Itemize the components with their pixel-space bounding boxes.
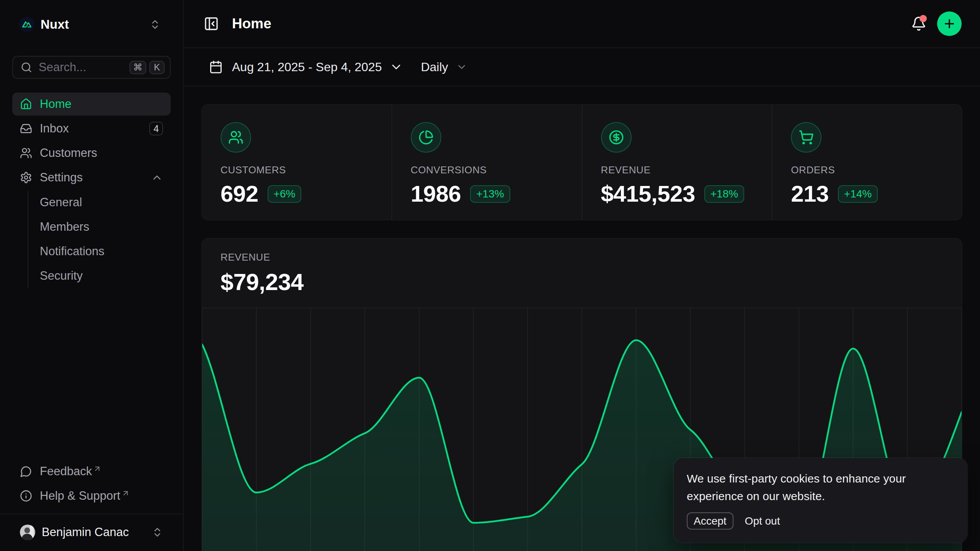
stat-label: ORDERS bbox=[791, 164, 943, 176]
chevron-down-icon bbox=[389, 60, 403, 74]
users-icon bbox=[20, 147, 32, 159]
team-name: Nuxt bbox=[41, 17, 69, 32]
cookie-message: We use first-party cookies to enhance yo… bbox=[687, 470, 954, 505]
sidebar-item-label: Settings bbox=[40, 171, 83, 184]
cookie-actions: Accept Opt out bbox=[687, 512, 954, 530]
opt-out-button[interactable]: Opt out bbox=[745, 515, 780, 527]
app-root: Nuxt Search... ⌘ K Home Inbox 4 Customer… bbox=[0, 0, 980, 551]
chart-title: REVENUE bbox=[220, 251, 943, 263]
chart-pie-badge bbox=[411, 122, 441, 153]
link-label: Feedback bbox=[40, 465, 92, 478]
chevron-up-icon bbox=[151, 171, 163, 184]
page-header: Home bbox=[184, 0, 980, 48]
sidebar-item-customers[interactable]: Customers bbox=[12, 142, 171, 165]
stat-label: CONVERSIONS bbox=[411, 164, 563, 176]
page-title: Home bbox=[232, 16, 271, 32]
chart-pie-icon bbox=[418, 130, 434, 145]
chevrons-up-down-icon bbox=[149, 19, 161, 30]
stat-card-revenue[interactable]: REVENUE$415,523+18% bbox=[583, 105, 772, 220]
stat-delta-badge: +14% bbox=[838, 185, 878, 203]
user-name: Benjamin Canac bbox=[42, 525, 129, 539]
date-range-picker[interactable]: Aug 21, 2025 - Sep 4, 2025 bbox=[202, 53, 409, 81]
sidebar-item-general[interactable]: General bbox=[40, 190, 171, 215]
stat-delta-badge: +6% bbox=[268, 185, 302, 203]
sidebar-user-section: Benjamin Canac bbox=[0, 514, 183, 551]
chart-current-value: $79,234 bbox=[220, 269, 943, 295]
users-badge bbox=[220, 122, 251, 153]
search-icon bbox=[21, 62, 32, 73]
accept-button[interactable]: Accept bbox=[687, 512, 733, 530]
notifications-button[interactable] bbox=[911, 16, 926, 31]
circle-dollar-sign-icon bbox=[609, 130, 624, 145]
sidebar-item-home[interactable]: Home bbox=[12, 93, 171, 116]
shopping-cart-badge bbox=[791, 122, 822, 153]
circle-dollar-sign-badge bbox=[601, 122, 632, 153]
stats-grid: CUSTOMERS692+6%CONVERSIONS1986+13%REVENU… bbox=[202, 105, 962, 220]
plus-icon bbox=[942, 17, 956, 31]
chart-header: REVENUE $79,234 bbox=[202, 239, 962, 308]
stat-value: 213 bbox=[791, 181, 829, 207]
settings-children: General Members Notifications Security bbox=[12, 190, 171, 288]
search-placeholder: Search... bbox=[39, 60, 126, 74]
sidebar-item-inbox[interactable]: Inbox 4 bbox=[12, 117, 171, 140]
stat-card-conversions[interactable]: CONVERSIONS1986+13% bbox=[392, 105, 581, 220]
stat-delta-badge: +13% bbox=[470, 185, 510, 203]
calendar-icon bbox=[209, 60, 223, 74]
stat-value: $415,523 bbox=[601, 181, 695, 207]
kbd-k: K bbox=[149, 61, 165, 74]
avatar bbox=[20, 525, 35, 540]
help-support-link[interactable]: Help & Support bbox=[12, 484, 171, 507]
feedback-link[interactable]: Feedback bbox=[12, 460, 171, 483]
sidebar-item-notifications[interactable]: Notifications bbox=[40, 239, 171, 264]
date-range-label: Aug 21, 2025 - Sep 4, 2025 bbox=[232, 60, 382, 74]
stat-value: 692 bbox=[220, 181, 258, 207]
header-actions bbox=[911, 11, 962, 36]
stat-delta-badge: +18% bbox=[704, 185, 744, 203]
collapse-sidebar-button[interactable] bbox=[204, 16, 219, 31]
search-input[interactable]: Search... ⌘ K bbox=[12, 56, 171, 79]
sidebar-item-label: Customers bbox=[40, 146, 97, 160]
sidebar-item-members[interactable]: Members bbox=[40, 215, 171, 239]
period-select[interactable]: Daily bbox=[415, 53, 473, 81]
inbox-icon bbox=[20, 122, 32, 135]
stat-value: 1986 bbox=[411, 181, 461, 207]
team-switcher[interactable]: Nuxt bbox=[12, 14, 171, 35]
users-icon bbox=[228, 130, 243, 145]
sidebar: Nuxt Search... ⌘ K Home Inbox 4 Customer… bbox=[0, 0, 184, 551]
sidebar-footer-links: Feedback Help & Support bbox=[12, 460, 171, 507]
nuxt-logo-icon bbox=[19, 17, 34, 32]
sidebar-item-label: Home bbox=[40, 97, 72, 111]
settings-icon bbox=[20, 171, 32, 184]
link-label: Help & Support bbox=[40, 489, 120, 503]
period-label: Daily bbox=[421, 60, 448, 74]
sidebar-item-settings[interactable]: Settings bbox=[12, 166, 171, 189]
stat-card-orders[interactable]: ORDERS213+14% bbox=[773, 105, 962, 220]
user-menu[interactable]: Benjamin Canac bbox=[12, 520, 171, 544]
stat-label: REVENUE bbox=[601, 164, 753, 176]
inbox-count-badge: 4 bbox=[149, 122, 163, 135]
arrow-up-right-icon bbox=[121, 489, 130, 497]
chevron-down-icon bbox=[456, 61, 467, 73]
sidebar-item-label: Inbox bbox=[40, 122, 69, 135]
sidebar-nav: Home Inbox 4 Customers Settings bbox=[12, 93, 171, 189]
stat-label: CUSTOMERS bbox=[220, 164, 373, 176]
kbd-cmd: ⌘ bbox=[129, 61, 146, 74]
chevrons-up-down-icon bbox=[152, 527, 163, 538]
shopping-cart-icon bbox=[799, 130, 814, 145]
filters-toolbar: Aug 21, 2025 - Sep 4, 2025 Daily bbox=[184, 48, 980, 86]
sidebar-spacer bbox=[12, 288, 171, 460]
sidebar-item-security[interactable]: Security bbox=[40, 264, 171, 288]
house-icon bbox=[20, 98, 32, 110]
add-button[interactable] bbox=[937, 11, 962, 36]
info-icon bbox=[20, 490, 32, 502]
notification-dot bbox=[920, 15, 927, 22]
stat-card-customers[interactable]: CUSTOMERS692+6% bbox=[202, 105, 391, 220]
cookie-toast: We use first-party cookies to enhance yo… bbox=[674, 458, 967, 543]
message-circle-icon bbox=[20, 465, 32, 478]
arrow-up-right-icon bbox=[93, 465, 101, 473]
